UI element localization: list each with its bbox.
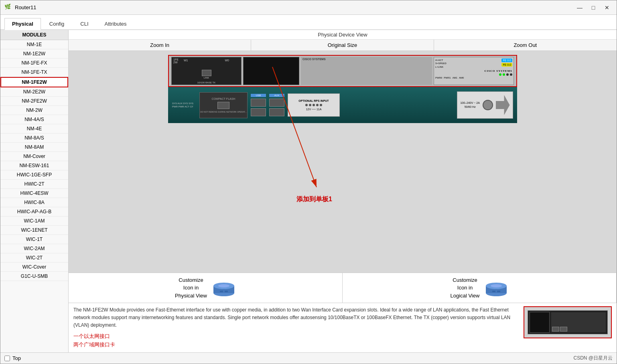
svg-rect-13 [497,291,500,292]
sidebar-item-nm-1e2w[interactable]: NM-1E2W [0,49,68,59]
window-controls: — □ ✕ [574,3,613,12]
watermark: CSDN @日星月云 [573,355,613,362]
status-left: Top [4,355,21,361]
status-bar: Top CSDN @日星月云 [0,352,617,364]
customize-logical-text: Customize Icon in Logical View [451,276,480,300]
main-area: MODULES NM-1E NM-1E2W NM-1FE-FX NM-1FE-T… [0,30,617,352]
sidebar-item-nm-4as[interactable]: NM-4A/S [0,115,68,124]
sidebar-item-nm-1e[interactable]: NM-1E [0,40,68,49]
sidebar-item-g1c-u-smb[interactable]: G1C-U-SMB [0,272,68,281]
wan-annotation: 两个广域网接口卡 [73,341,517,349]
content-area: Physical Device View Zoom In Original Si… [69,30,617,352]
window-title: Router11 [15,4,574,10]
customize-logical-button[interactable]: Customize Icon in Logical View [343,273,617,303]
status-panel: A=ACT S=SPEED L=LINK FE 0.0 FE 0.0 CISCO… [434,57,514,85]
sidebar-item-nm-8as[interactable]: NM-8A/S [0,133,68,143]
sidebar-item-nm-esw-161[interactable]: NM-ESW-161 [0,161,68,170]
sidebar-item-nm-1fe-fx[interactable]: NM-1FE-FX [0,59,68,68]
customize-physical-text: Customize Icon in Physical View [175,276,207,300]
sidebar-item-nm-1fe-tx[interactable]: NM-1FE-TX [0,68,68,77]
sidebar-item-hwic-2t[interactable]: HWIC-2T [0,180,68,189]
router-mid-area: CISCO SYSTEMS [301,57,432,85]
tab-attributes[interactable]: Attributes [97,18,134,29]
sidebar-item-nm-4e[interactable]: NM-4E [0,124,68,133]
sidebar-header: MODULES [0,30,68,40]
sidebar: MODULES NM-1E NM-1E2W NM-1FE-FX NM-1FE-T… [0,30,69,352]
svg-point-11 [491,284,502,287]
tab-config[interactable]: Config [42,18,72,29]
device-display: 1FE2W W1 W0 LINK 10/100 BASE TX [69,51,617,273]
tab-bar: Physical Config CLI Attributes [0,15,617,30]
original-size-button[interactable]: Original Size [251,40,434,51]
description-text: The NM-1FE2W Module provides one Fast-Et… [73,306,517,349]
description-area: The NM-1FE2W Module provides one Fast-Et… [69,303,617,352]
sidebar-item-wic-2am[interactable]: WIC-2AM [0,244,68,253]
annotation-block: 一个以太网接口 两个广域网接口卡 [73,332,517,349]
power-supply: 100–240V ~ 2A 50/60 Hz [457,91,513,119]
title-bar: 🌿 Router11 — □ ✕ [0,0,617,15]
close-button[interactable]: ✕ [601,3,613,12]
router-bottom-row: SYS AUX SYS SYS PWR PWR ACT CF COMPACT F… [168,87,517,123]
system-labels: SYS AUX SYS SYS PWR PWR ACT CF [172,102,196,108]
sidebar-item-wic-1am[interactable]: WIC-1AM [0,216,68,226]
router-top-row: 1FE2W W1 W0 LINK 10/100 BASE TX [168,55,517,87]
tab-cli[interactable]: CLI [73,18,96,29]
module-thumb-visual [528,310,608,334]
sidebar-item-nm-2fe2w[interactable]: NM-2FE2W [0,97,68,106]
svg-rect-12 [492,291,495,292]
sidebar-item-wic-2t[interactable]: WIC-2T [0,253,68,263]
device-view-header: Physical Device View [69,30,617,40]
main-window: 🌿 Router11 — □ ✕ Physical Config CLI Att… [0,0,617,364]
sidebar-item-hwic-4esw[interactable]: HWIC-4ESW [0,189,68,198]
physical-router-icon [212,278,236,298]
sidebar-item-hwic-8a[interactable]: HWIC-8A [0,198,68,207]
sidebar-item-wic-1t[interactable]: WIC-1T [0,235,68,244]
bottom-section: Customize Icon in Physical View [69,273,617,303]
optional-rps: OPTIONAL RPS INPUT 12V ── 11A [288,93,340,117]
customize-physical-button[interactable]: Customize Icon in Physical View [69,273,343,303]
sidebar-item-hwic-1ge-sfp[interactable]: HWIC-1GE-SFP [0,170,68,180]
sidebar-item-wic-cover[interactable]: WIC-Cover [0,263,68,272]
sidebar-item-nm-8am[interactable]: NM-8AM [0,143,68,152]
usb-ports: USB [251,94,266,116]
svg-rect-6 [220,291,223,292]
sidebar-item-nm-1fe2w[interactable]: NM-1FE2W [0,77,68,87]
app-icon: 🌿 [4,4,12,12]
add-to-slot-label: 添加到单板1 [296,195,332,204]
view-buttons: Zoom In Original Size Zoom Out [69,40,617,51]
top-checkbox[interactable] [4,356,10,361]
zoom-in-button[interactable]: Zoom In [69,40,251,51]
maximize-button[interactable]: □ [588,3,599,12]
compact-flash-slot: COMPACT FLASH DO NOT REMOVE DURING NETWO… [199,92,248,118]
zoom-out-button[interactable]: Zoom Out [434,40,617,51]
sidebar-item-wic-1enet[interactable]: WIC-1ENET [0,226,68,235]
svg-rect-7 [225,291,228,292]
tab-physical[interactable]: Physical [4,18,41,30]
sidebar-item-nm-2e2w[interactable]: NM-2E2W [0,87,68,97]
aux-ports: AUX [269,94,284,116]
minimize-button[interactable]: — [574,3,585,12]
logical-router-icon [484,278,508,298]
sidebar-item-hwic-ap-ag-b[interactable]: HWIC-AP-AG-B [0,207,68,216]
sidebar-item-nm-cover[interactable]: NM-Cover [0,152,68,161]
module-thumbnail [524,306,612,338]
module-slot-1[interactable]: 1FE2W W1 W0 LINK 10/100 BASE TX [171,57,242,85]
top-label: Top [12,355,21,361]
ethernet-annotation: 一个以太网接口 [73,332,517,341]
module-slot-empty [243,57,299,85]
sidebar-item-nm-2w[interactable]: NM-2W [0,106,68,115]
svg-point-5 [218,284,229,287]
